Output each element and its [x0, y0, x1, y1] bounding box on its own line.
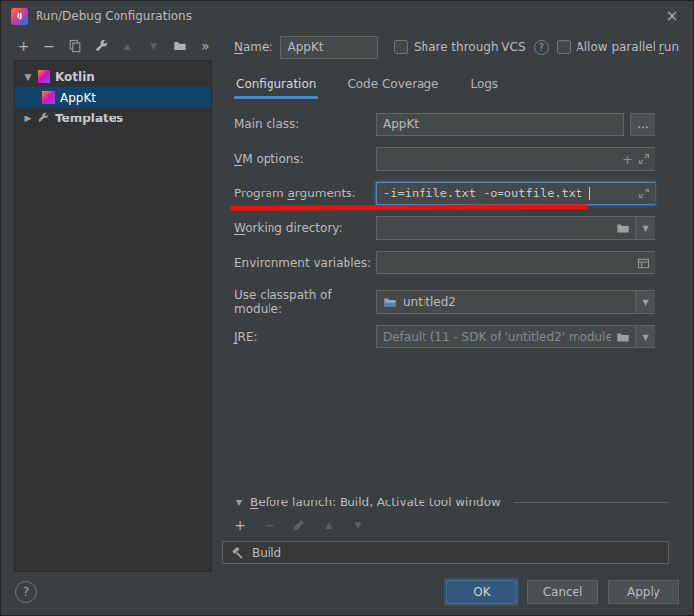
- window-title: Run/Debug Configurations: [36, 9, 192, 23]
- apply-button[interactable]: Apply: [608, 580, 679, 604]
- edit-defaults-button[interactable]: [94, 38, 109, 54]
- fields: Main class: AppKt ... VM options: + Prog…: [222, 113, 679, 348]
- before-launch-toolbar: + − ▲ ▼: [222, 512, 669, 538]
- close-button[interactable]: ×: [661, 5, 683, 27]
- ok-button[interactable]: OK: [446, 580, 517, 604]
- tab-configuration[interactable]: Configuration: [234, 72, 318, 99]
- move-down-button[interactable]: ▼: [146, 38, 161, 54]
- dropdown-button[interactable]: ▼: [635, 326, 655, 347]
- before-launch-header[interactable]: ▼ Before launch: Build, Activate tool wi…: [222, 493, 669, 512]
- environment-variables-input[interactable]: [376, 251, 655, 274]
- vm-options-label: VM options:: [222, 152, 376, 166]
- jre-combobox[interactable]: Default (11 - SDK of 'untitled2' module)…: [376, 325, 655, 348]
- chevron-down-icon[interactable]: ▼: [234, 498, 244, 507]
- remove-task-button[interactable]: −: [262, 517, 277, 533]
- kotlin-icon: [38, 70, 50, 83]
- checkbox-icon[interactable]: [394, 40, 408, 54]
- copy-configuration-button[interactable]: [68, 38, 83, 54]
- wrench-icon: [38, 112, 50, 124]
- dropdown-button[interactable]: ▼: [635, 217, 655, 239]
- tree-item-templates[interactable]: ▶ Templates: [15, 108, 211, 128]
- close-icon: ×: [666, 7, 679, 25]
- more-actions-button[interactable]: »: [198, 38, 213, 54]
- configurations-tree: ▼ Kotlin AppKt ▶ Templates: [14, 60, 212, 572]
- classpath-module-value: untitled2: [403, 295, 456, 309]
- working-directory-input[interactable]: ▼: [376, 216, 655, 240]
- vm-options-input[interactable]: +: [376, 147, 655, 171]
- create-folder-button[interactable]: [172, 38, 187, 54]
- add-task-button[interactable]: +: [232, 517, 248, 533]
- arrow-down-icon: ▼: [150, 41, 157, 51]
- expand-icon[interactable]: [638, 153, 650, 165]
- add-macro-icon[interactable]: +: [622, 152, 633, 167]
- configuration-form: Name: AppKt Share through VCS ? Allow pa…: [222, 35, 679, 570]
- footer: ? OK Cancel Apply: [1, 570, 693, 615]
- move-task-up-button[interactable]: ▲: [321, 517, 337, 533]
- before-launch-list: Build: [222, 541, 669, 564]
- tree-item-label: AppKt: [60, 91, 96, 105]
- tree-item-appkt[interactable]: AppKt: [15, 87, 211, 108]
- module-icon: [383, 295, 397, 309]
- move-up-button[interactable]: ▲: [120, 38, 135, 54]
- titlebar: IJ Run/Debug Configurations ×: [1, 1, 693, 31]
- environment-variables-row: Environment variables:: [222, 251, 655, 274]
- jre-row: JRE: Default (11 - SDK of 'untitled2' mo…: [222, 325, 655, 348]
- tabs: Configuration Code Coverage Logs: [222, 72, 679, 99]
- name-label: Name:: [234, 40, 272, 54]
- minus-icon: −: [264, 517, 275, 533]
- separator-line: [514, 502, 669, 503]
- plus-icon: +: [234, 517, 246, 533]
- footer-buttons: OK Cancel Apply: [446, 580, 679, 604]
- share-vcs-label: Share through VCS: [414, 40, 526, 54]
- remove-configuration-button[interactable]: −: [41, 38, 56, 54]
- help-icon: ?: [538, 42, 543, 53]
- chevron-down-icon[interactable]: ▼: [23, 72, 33, 82]
- share-vcs-checkbox[interactable]: Share through VCS: [394, 40, 526, 54]
- folder-icon[interactable]: [616, 330, 630, 344]
- chevron-right-icon[interactable]: ▶: [23, 114, 33, 123]
- chevron-down-icon: ▼: [642, 333, 648, 342]
- classpath-module-label: Use classpath of module:: [222, 288, 376, 316]
- vm-options-row: VM options: +: [222, 147, 655, 171]
- tab-code-coverage[interactable]: Code Coverage: [346, 72, 440, 99]
- chevron-down-icon: ▼: [642, 298, 648, 307]
- tree-item-kotlin[interactable]: ▼ Kotlin: [15, 66, 211, 87]
- tree-item-label: Kotlin: [55, 70, 95, 84]
- move-task-down-button[interactable]: ▼: [350, 517, 366, 533]
- run-debug-configurations-dialog: IJ Run/Debug Configurations × + − ▲ ▼ » …: [0, 0, 694, 616]
- share-vcs-help-button[interactable]: ?: [534, 40, 549, 55]
- working-directory-label: Working directory:: [222, 221, 376, 235]
- arrow-up-icon: ▲: [326, 520, 333, 530]
- configurations-toolbar: + − ▲ ▼ »: [16, 35, 213, 58]
- folder-icon[interactable]: [616, 221, 630, 235]
- cancel-button[interactable]: Cancel: [527, 580, 598, 604]
- main-class-input[interactable]: AppKt: [376, 113, 624, 136]
- edit-task-button[interactable]: [291, 517, 307, 533]
- wrench-icon: [95, 39, 109, 53]
- working-directory-row: Working directory: ▼: [222, 216, 655, 240]
- name-input[interactable]: AppKt: [280, 36, 377, 59]
- classpath-module-combobox[interactable]: untitled2 ▼: [376, 290, 655, 314]
- add-configuration-button[interactable]: +: [16, 38, 31, 54]
- folder-icon: [173, 39, 187, 53]
- help-button[interactable]: ?: [15, 581, 37, 603]
- name-value: AppKt: [287, 40, 323, 54]
- tab-logs[interactable]: Logs: [468, 72, 500, 99]
- help-icon: ?: [23, 585, 29, 599]
- browse-table-icon[interactable]: [637, 257, 650, 270]
- kotlin-icon: [42, 91, 55, 104]
- arrow-down-icon: ▼: [355, 520, 362, 530]
- allow-parallel-run-checkbox[interactable]: Allow parallel run: [557, 40, 679, 54]
- jre-value: Default (11 - SDK of 'untitled2' module): [383, 330, 611, 344]
- dropdown-button[interactable]: ▼: [635, 291, 655, 313]
- expand-icon[interactable]: [638, 188, 650, 199]
- before-launch-item-build[interactable]: Build: [223, 542, 668, 563]
- main-class-browse-button[interactable]: ...: [630, 113, 655, 136]
- hammer-icon: [231, 546, 245, 560]
- text-caret: [589, 187, 590, 200]
- checkbox-icon[interactable]: [557, 40, 571, 54]
- jre-label: JRE:: [222, 330, 376, 344]
- main-class-label: Main class:: [222, 117, 376, 131]
- program-arguments-input[interactable]: -i=infile.txt -o=outfile.txt: [376, 182, 655, 205]
- program-arguments-value: -i=infile.txt -o=outfile.txt: [383, 187, 582, 200]
